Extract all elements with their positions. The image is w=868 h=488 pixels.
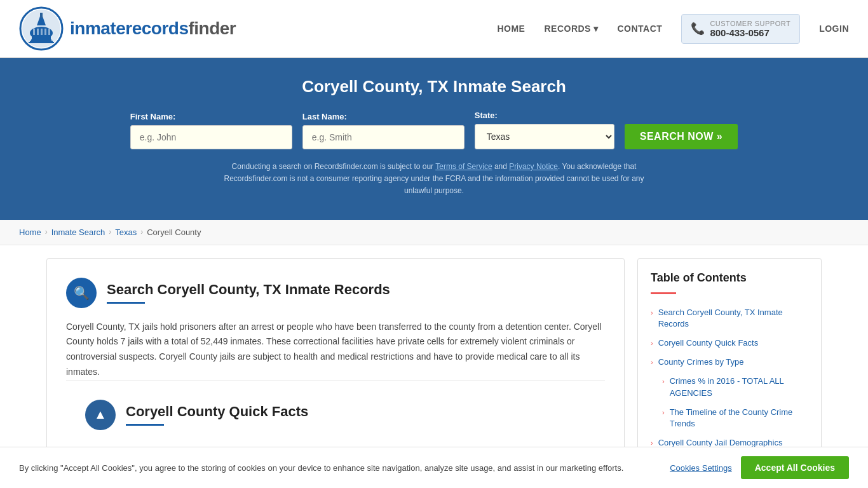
chevron-icon-2: › — [651, 339, 653, 348]
last-name-input[interactable] — [302, 125, 465, 149]
cookie-banner: By clicking "Accept All Cookies", you ag… — [0, 447, 868, 488]
svg-rect-5 — [40, 13, 43, 18]
logo[interactable]: inmaterecordsfinder — [19, 6, 236, 51]
main-nav: HOME RECORDS ▾ CONTACT 📞 CUSTOMER SUPPOR… — [497, 14, 849, 44]
nav-home[interactable]: HOME — [497, 24, 525, 34]
chevron-icon-1: › — [651, 308, 653, 318]
inmate-search-form: First Name: Last Name: State: Texas SEAR… — [13, 111, 855, 149]
state-label: State: — [475, 111, 498, 120]
chevron-down-icon: ▾ — [593, 24, 599, 34]
nav-login[interactable]: LOGIN — [819, 24, 849, 34]
hero-section: Coryell County, TX Inmate Search First N… — [0, 58, 868, 220]
sidebar: Table of Contents › Search Coryell Count… — [637, 258, 822, 466]
section1-body: Coryell County, TX jails hold prisoners … — [66, 320, 605, 380]
breadcrumb-inmate-search[interactable]: Inmate Search — [51, 227, 105, 237]
first-name-input[interactable] — [130, 125, 292, 149]
toc-divider — [651, 292, 676, 294]
search-disclaimer: Conducting a search on Recordsfinder.com… — [212, 161, 656, 198]
breadcrumb-sep-3: › — [140, 227, 143, 236]
section2-divider — [126, 424, 164, 426]
first-name-group: First Name: — [130, 112, 292, 149]
toc-item-crimes-2016[interactable]: › Crimes % in 2016 - TOTAL ALL AGENCIES — [651, 372, 808, 402]
cookies-settings-button[interactable]: Cookies Settings — [670, 463, 732, 473]
state-select[interactable]: Texas — [475, 124, 614, 149]
search-icon: 🔍 — [66, 278, 97, 308]
stats-icon: ▲ — [85, 400, 116, 430]
breadcrumb-current: Coryell County — [147, 227, 201, 237]
logo-icon — [19, 6, 64, 51]
accept-all-cookies-button[interactable]: Accept All Cookies — [741, 456, 849, 479]
toc-item-crimes-type[interactable]: › County Crimes by Type — [651, 353, 808, 372]
state-group: State: Texas — [475, 111, 614, 149]
svg-rect-6 — [33, 29, 35, 35]
breadcrumb-texas[interactable]: Texas — [115, 227, 137, 237]
svg-rect-7 — [37, 29, 39, 35]
section2-header: ▲ Coryell County Quick Facts — [85, 400, 586, 430]
first-name-label: First Name: — [130, 112, 176, 121]
support-number: 800-433-0567 — [710, 27, 790, 38]
chevron-icon-4: › — [662, 377, 665, 386]
chevron-icon-5: › — [662, 408, 665, 417]
section2-title: Coryell County Quick Facts — [126, 403, 308, 420]
breadcrumb-sep-2: › — [109, 227, 111, 236]
privacy-link[interactable]: Privacy Notice — [509, 162, 558, 171]
svg-rect-8 — [41, 29, 43, 35]
toc-item-inmate-records[interactable]: › Search Coryell County, TX Inmate Recor… — [651, 303, 808, 334]
breadcrumb-sep-1: › — [45, 227, 48, 236]
logo-text: inmaterecordsfinder — [70, 18, 236, 39]
svg-rect-9 — [44, 29, 46, 35]
support-label: CUSTOMER SUPPORT — [710, 20, 790, 27]
svg-rect-13 — [29, 42, 54, 43]
cookie-text: By clicking "Accept All Cookies", you ag… — [19, 463, 657, 473]
last-name-label: Last Name: — [302, 112, 347, 121]
page-title: Coryell County, TX Inmate Search — [13, 77, 855, 97]
nav-records[interactable]: RECORDS ▾ — [544, 24, 598, 34]
last-name-group: Last Name: — [302, 112, 465, 149]
svg-rect-10 — [48, 29, 50, 35]
tos-link[interactable]: Terms of Service — [435, 162, 492, 171]
customer-support-button[interactable]: 📞 CUSTOMER SUPPORT 800-433-0567 — [681, 14, 800, 44]
phone-icon: 📞 — [691, 22, 705, 36]
inmate-records-section: 🔍 Search Coryell County, TX Inmate Recor… — [66, 278, 605, 380]
toc-item-quick-facts[interactable]: › Coryell County Quick Facts — [651, 334, 808, 353]
toc-item-timeline[interactable]: › The Timeline of the County Crime Trend… — [651, 403, 808, 433]
svg-rect-12 — [30, 41, 53, 42]
toc-title: Table of Contents — [651, 271, 808, 285]
nav-contact[interactable]: CONTACT — [617, 24, 662, 34]
section1-title: Search Coryell County, TX Inmate Records — [107, 281, 390, 298]
chevron-icon-3: › — [651, 358, 653, 367]
breadcrumb-home[interactable]: Home — [19, 227, 41, 237]
svg-rect-11 — [31, 39, 51, 41]
cookie-actions: Cookies Settings Accept All Cookies — [670, 456, 849, 479]
site-header: inmaterecordsfinder HOME RECORDS ▾ CONTA… — [0, 0, 868, 58]
breadcrumb: Home › Inmate Search › Texas › Coryell C… — [0, 220, 868, 245]
section1-header: 🔍 Search Coryell County, TX Inmate Recor… — [66, 278, 605, 308]
section1-divider — [107, 302, 145, 304]
search-button[interactable]: SEARCH NOW » — [625, 124, 738, 149]
